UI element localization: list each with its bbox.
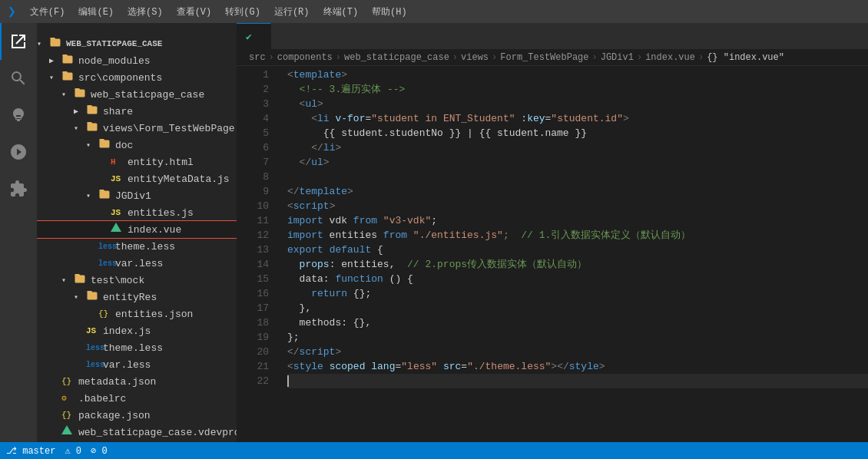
tree-item-theme-less-2[interactable]: lesstheme.less <box>37 339 237 356</box>
code-line-18: methods: {}, <box>287 315 868 330</box>
tree-label-src-components: src\components <box>78 72 162 84</box>
code-area: 12345678910111213141516171819202122 <tem… <box>237 66 868 442</box>
file-icon-file: JS <box>111 173 124 184</box>
tree-item-vdevproj[interactable]: web_staticpage_case.vdevproj <box>37 424 237 441</box>
activity-extensions[interactable] <box>0 170 37 207</box>
tree-item-entities-json[interactable]: {}entities.json <box>37 305 237 322</box>
activity-bar <box>0 23 37 442</box>
tree-label-node-modules: node_modules <box>78 55 151 67</box>
menu-item-终端(T)[interactable]: 终端(T) <box>317 4 365 20</box>
tree-item-index-vue[interactable]: index.vue <box>37 221 237 238</box>
menu-item-选择(S)[interactable]: 选择(S) <box>121 4 169 20</box>
file-icon-file: less <box>86 359 100 370</box>
breadcrumb-item-5[interactable]: JGDiv1 <box>601 52 634 63</box>
file-icon-file: H <box>111 157 124 167</box>
tree-label-doc: doc <box>115 140 133 151</box>
tree-item-node-modules[interactable]: ▶node_modules <box>37 52 237 69</box>
file-icon-folder <box>74 272 88 288</box>
tree-item-share[interactable]: ▶share <box>37 103 237 120</box>
activity-debug[interactable] <box>0 134 37 170</box>
menu-item-编辑(E)[interactable]: 编辑(E) <box>72 4 120 20</box>
tree-item-entity-res[interactable]: ▾entityRes <box>37 289 237 305</box>
tree-label-entities-json: entities.json <box>115 309 193 320</box>
breadcrumb-item-2[interactable]: web_staticpage_case <box>344 52 449 63</box>
code-line-7: </ul> <box>287 155 868 170</box>
tree-arrow-test-mock: ▾ <box>61 276 74 285</box>
breadcrumb-sep-3: › <box>452 52 458 63</box>
activity-explorer[interactable] <box>0 23 37 60</box>
menu-item-文件(F)[interactable]: 文件(F) <box>24 4 71 20</box>
line-number-5: 5 <box>237 126 269 140</box>
code-line-2: <!-- 3.遍历实体 --> <box>287 82 868 97</box>
tree-item-babelrc[interactable]: ⚙.babelrc <box>37 390 237 407</box>
breadcrumb-item-7[interactable]: {} "index.vue" <box>707 52 784 63</box>
breadcrumb-item-1[interactable]: components <box>277 52 333 63</box>
file-icon-folder-root <box>49 36 63 51</box>
line-number-21: 21 <box>237 359 269 374</box>
tree-arrow-share: ▶ <box>74 107 86 116</box>
status-bar: ⎇ master ⚠ 0 ⊘ 0 <box>0 442 868 459</box>
menu-item-查看(V)[interactable]: 查看(V) <box>171 4 218 20</box>
tree-arrow-entity-res: ▾ <box>74 292 86 302</box>
app-icon: ❯ <box>8 3 16 20</box>
tree-label-share: share <box>103 106 133 117</box>
tree-label-index-js: index.js <box>103 325 151 337</box>
editor-tab-index-vue[interactable]: ✔ <box>237 23 271 49</box>
tree-item-theme-less[interactable]: lesstheme.less <box>37 238 237 255</box>
menu-item-转到(G)[interactable]: 转到(G) <box>219 4 267 20</box>
code-line-13: export default { <box>287 243 868 257</box>
breadcrumb-item-0[interactable]: src <box>249 52 266 63</box>
tree-item-views-form[interactable]: ▾views\Form_TestWebPage <box>37 120 237 137</box>
tree-label-entities-js: entities.js <box>128 207 194 219</box>
tree-label-vdevproj: web_staticpage_case.vdevproj <box>78 427 237 438</box>
tab-bar: ✔ <box>237 23 868 50</box>
tree-item-entities-js[interactable]: JSentities.js <box>37 204 237 221</box>
tree-label-theme-less-2: theme.less <box>103 342 163 354</box>
line-number-15: 15 <box>237 272 269 286</box>
code-line-9: </template> <box>287 184 868 199</box>
code-line-1: <template> <box>287 68 868 82</box>
tree-item-jgdiv1[interactable]: ▾JGDiv1 <box>37 187 237 204</box>
tree-item-web-staticpage-case-folder[interactable]: ▾web_staticpage_case <box>37 86 237 103</box>
file-icon-folder <box>86 121 100 136</box>
tree-item-var-less[interactable]: lessvar.less <box>37 255 237 272</box>
breadcrumb-item-6[interactable]: index.vue <box>645 52 695 63</box>
tree-item-var-less-2[interactable]: lessvar.less <box>37 356 237 373</box>
breadcrumb: src › components › web_staticpage_case ›… <box>237 50 868 66</box>
tree-item-index-js[interactable]: JSindex.js <box>37 322 237 339</box>
code-line-17: }, <box>287 301 868 315</box>
breadcrumb-item-4[interactable]: Form_TestWebPage <box>500 52 588 63</box>
line-number-4: 4 <box>237 111 269 126</box>
menu-item-运行(R)[interactable]: 运行(R) <box>268 4 316 20</box>
line-number-17: 17 <box>237 301 269 315</box>
tree-item-web-staticpage-case-root[interactable]: ▾WEB_STATICPAGE_CASE <box>37 35 237 52</box>
tab-vue-icon: ✔ <box>246 31 252 43</box>
tree-item-metadata-json[interactable]: {}metadata.json <box>37 373 237 390</box>
activity-search[interactable] <box>0 60 37 97</box>
menu-item-帮助(H)[interactable]: 帮助(H) <box>366 4 413 20</box>
tree-item-entity-meta-data-js[interactable]: JSentityMetaData.js <box>37 170 237 187</box>
tree-item-test-mock[interactable]: ▾test\mock <box>37 272 237 289</box>
line-number-7: 7 <box>237 155 269 170</box>
code-content[interactable]: <template> <!-- 3.遍历实体 --> <ul> <li v-fo… <box>275 66 868 442</box>
tree-label-metadata-json: metadata.json <box>78 376 156 388</box>
tree-item-src-components[interactable]: ▾src\components <box>37 69 237 86</box>
tree-label-package-json: package.json <box>78 410 151 421</box>
sidebar: ▾WEB_STATICPAGE_CASE▶node_modules▾src\co… <box>37 23 237 442</box>
file-icon-file: less <box>86 342 100 353</box>
file-icon-file: JS <box>111 207 124 218</box>
breadcrumb-item-3[interactable]: views <box>461 52 489 63</box>
tree-label-web-staticpage-case-root: WEB_STATICPAGE_CASE <box>66 39 162 48</box>
code-line-21: <style scoped lang="less" src="./theme.l… <box>287 359 868 374</box>
tree-item-doc[interactable]: ▾doc <box>37 137 237 154</box>
code-line-12: import entities from "./entities.js"; //… <box>287 228 868 243</box>
file-icon-folder <box>86 104 100 119</box>
tree-item-entity-html[interactable]: Hentity.html <box>37 154 237 170</box>
activity-git[interactable] <box>0 97 37 134</box>
tree-item-package-json[interactable]: {}package.json <box>37 407 237 424</box>
tree-arrow-web-staticpage-case-folder: ▾ <box>61 90 74 99</box>
code-line-15: data: function () { <box>287 272 868 286</box>
code-line-22 <box>287 374 868 388</box>
line-number-1: 1 <box>237 68 269 82</box>
tree-label-views-form: views\Form_TestWebPage <box>103 123 235 134</box>
